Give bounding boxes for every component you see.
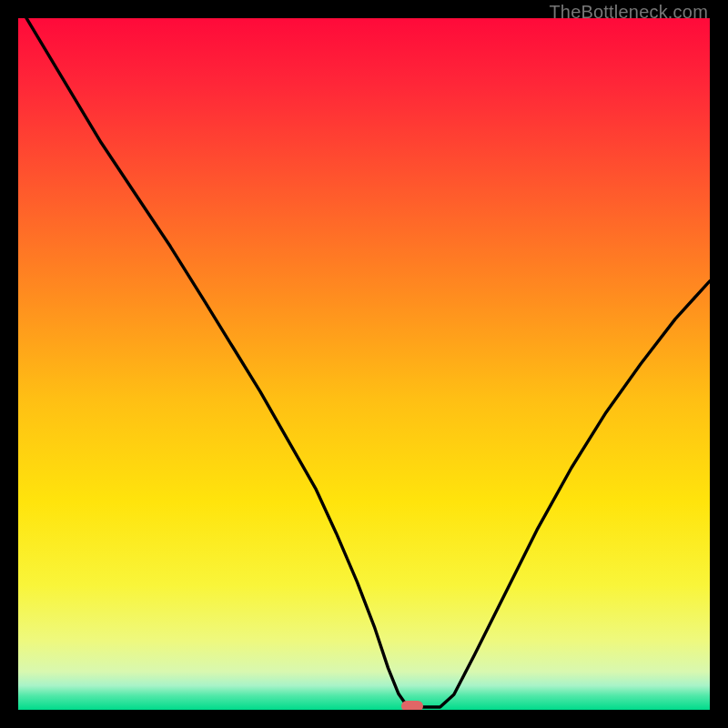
bottleneck-curve — [18, 18, 710, 707]
plot-area — [18, 18, 710, 710]
watermark-text: TheBottleneck.com — [549, 2, 708, 23]
curve-layer — [18, 18, 710, 710]
optimal-marker — [401, 701, 423, 710]
chart-frame: TheBottleneck.com — [0, 0, 728, 728]
